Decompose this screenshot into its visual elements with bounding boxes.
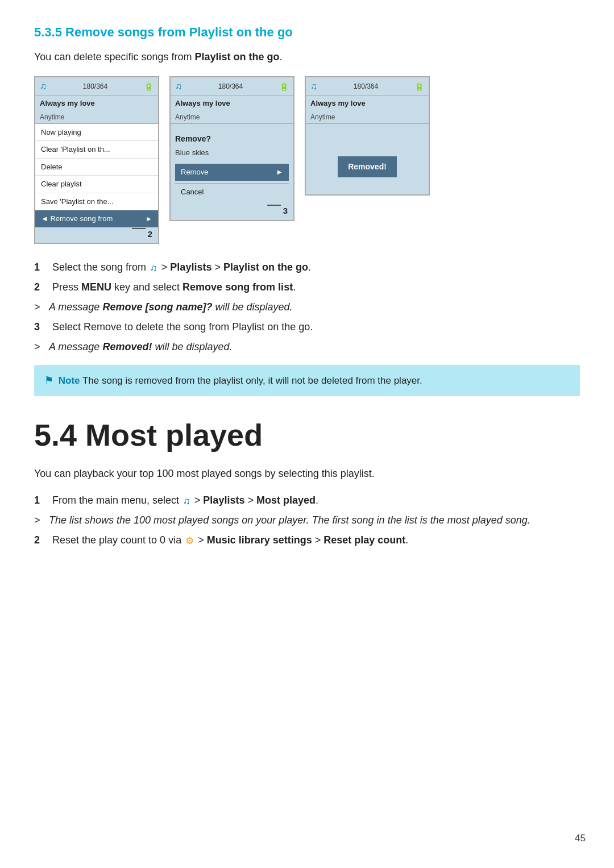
note-circle-icon: ⚑ <box>44 375 53 386</box>
battery-icon-1: 🔋 <box>144 81 154 93</box>
menu-save-playlist: Save 'Playlist on the... <box>35 193 158 211</box>
note-box-335: ⚑ Note The song is removed from the play… <box>34 365 580 396</box>
device-1-badge: 2 <box>35 228 158 243</box>
music-icon-2: ♫ <box>175 80 182 93</box>
step-335-2: 2 Press MENU key and select Remove song … <box>34 280 580 295</box>
note-text-335: The song is removed from the playlist on… <box>82 375 422 386</box>
music-icon-1: ♫ <box>40 80 47 93</box>
section-54-intro: You can playback your top 100 most playe… <box>34 466 580 481</box>
music-note-icon-1: ♫ <box>150 261 157 276</box>
section-335-steps: 1 Select the song from ♫ > Playlists > P… <box>34 260 580 355</box>
device-3-removed-box: Removed! <box>338 156 397 177</box>
device-3-song-sub: Anytime <box>306 111 429 124</box>
device-screen-1: ♫ 180/364 🔋 Always my love Anytime Now p… <box>34 76 159 244</box>
step-335-3: 3 Select Remove to delete the song from … <box>34 319 580 335</box>
device-1-menu: Now playing Clear 'Playlist on th... Del… <box>35 124 158 228</box>
menu-clear-playlist: Clear 'Playlist on th... <box>35 141 158 159</box>
device-2-confirm-song: Blue skies <box>175 147 289 159</box>
section-54-heading: 5.4 Most played <box>34 412 580 458</box>
step-335-1: 1 Select the song from ♫ > Playlists > P… <box>34 260 580 275</box>
menu-remove-song: ◄ Remove song from ► <box>35 210 158 228</box>
device-2-confirm-label: Remove? <box>175 133 289 145</box>
battery-icon-3: 🔋 <box>414 81 424 93</box>
battery-icon-2: 🔋 <box>279 81 289 93</box>
step-335-arrow-1: > A message Remove [song name]? will be … <box>34 300 580 315</box>
track-count-1: 180/364 <box>83 81 107 92</box>
step-54-1: 1 From the main menu, select ♫ > Playlis… <box>34 493 580 508</box>
music-icon-3: ♫ <box>310 80 317 93</box>
device-3-removed-area: Removed! <box>306 124 429 192</box>
device-2-header: ♫ 180/364 🔋 <box>171 77 293 96</box>
menu-clear-playist: Clear playist <box>35 176 158 193</box>
section-54-steps: 1 From the main menu, select ♫ > Playlis… <box>34 493 580 548</box>
device-2-song-title: Always my love <box>171 96 293 111</box>
step-54-2: 2 Reset the play count to 0 via ⚙ > Musi… <box>34 533 580 548</box>
track-count-3: 180/364 <box>354 81 378 92</box>
section-54: 5.4 Most played You can playback your to… <box>34 412 580 548</box>
step-54-arrow-1: > The list shows the 100 most played son… <box>34 513 580 528</box>
gear-icon-1: ⚙ <box>185 534 194 549</box>
menu-delete: Delete <box>35 159 158 176</box>
section-335: 5.3.5 Remove songs from Playlist on the … <box>34 23 580 396</box>
device-1-song-sub: Anytime <box>35 111 158 124</box>
device-2-song-sub: Anytime <box>171 111 293 124</box>
device-2-confirm-area: Remove? Blue skies Remove ► Cancel <box>171 124 293 205</box>
device-3-song-title: Always my love <box>306 96 429 111</box>
track-count-2: 180/364 <box>218 81 243 92</box>
device-1-song-title: Always my love <box>35 96 158 111</box>
device-2-cancel-btn: Cancel <box>175 183 289 201</box>
section-335-heading: 5.3.5 Remove songs from Playlist on the … <box>34 23 580 41</box>
device-1-header: ♫ 180/364 🔋 <box>35 77 158 96</box>
device-screen-3: ♫ 180/364 🔋 Always my love Anytime Remov… <box>305 76 430 196</box>
devices-row: ♫ 180/364 🔋 Always my love Anytime Now p… <box>34 76 580 244</box>
step-335-arrow-2: > A message Removed! will be displayed. <box>34 339 580 355</box>
page-number: 45 <box>575 831 586 846</box>
device-2-badge: 3 <box>171 205 293 220</box>
device-3-header: ♫ 180/364 🔋 <box>306 77 429 96</box>
device-screen-2: ♫ 180/364 🔋 Always my love Anytime Remov… <box>169 76 294 221</box>
section-335-intro: You can delete specific songs from Playl… <box>34 49 580 65</box>
device-2-remove-btn: Remove ► <box>175 164 289 181</box>
music-note-icon-2: ♫ <box>183 494 190 509</box>
menu-now-playing: Now playing <box>35 124 158 142</box>
